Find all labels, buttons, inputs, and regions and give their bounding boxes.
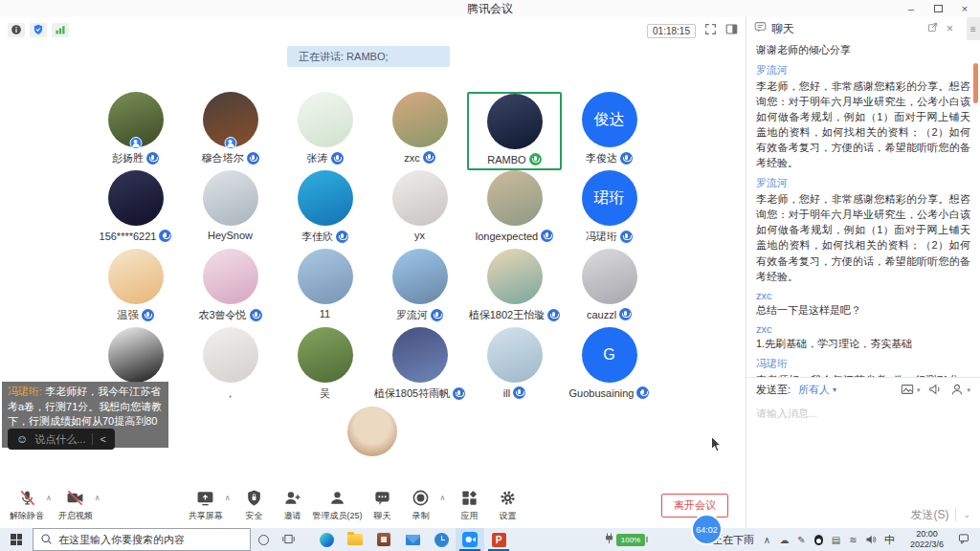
mic-icon — [636, 386, 649, 399]
fullscreen-icon[interactable] — [704, 22, 717, 39]
chat-scrollbar[interactable] — [973, 63, 978, 103]
toolbar-members-button[interactable]: 管理成员(25) — [313, 489, 363, 522]
toolbar-record-button[interactable]: 录制 — [403, 489, 439, 522]
action-center-button[interactable] — [951, 528, 976, 551]
participant-tile[interactable]: ill — [467, 327, 562, 406]
participant-tile[interactable]: 156****6221 — [88, 170, 183, 249]
cortana-button[interactable] — [251, 528, 276, 551]
participant-tile[interactable]: G Guobusaining — [562, 327, 657, 406]
popout-icon[interactable] — [927, 22, 938, 35]
taskbar-app-powerpoint[interactable]: P — [484, 528, 513, 551]
layout-switch-icon[interactable] — [725, 22, 738, 39]
toolbar-chat-button[interactable]: 聊天 — [365, 489, 401, 522]
volume-icon[interactable] — [865, 534, 877, 545]
pen-icon[interactable]: ✎ — [796, 535, 807, 545]
participant-tile[interactable]: cauzzl — [562, 249, 657, 327]
toolbar-settings-button[interactable]: 设置 — [489, 489, 525, 522]
taskbar-app-meeting[interactable] — [456, 528, 484, 551]
send-button[interactable]: 发送(S) — [910, 507, 948, 523]
maximize-button[interactable] — [924, 0, 951, 17]
participant-tile[interactable]: 珺珩 冯珺珩 — [562, 170, 657, 249]
taskbar-app-mail[interactable] — [398, 528, 427, 551]
participant-tile[interactable]: 张涛 — [278, 92, 372, 170]
close-button[interactable]: × — [951, 0, 978, 17]
participant-tile[interactable]: HeySnow — [183, 170, 278, 249]
chat-message-list: 谢谢老师的倾心分享罗流河李老师，您好，非常感谢您精彩的分享。想咨询您：对于明年六… — [746, 40, 980, 377]
participant-tile[interactable]: 农3曾令悦 — [183, 249, 278, 327]
floating-call-timer[interactable]: 64:02 — [691, 514, 723, 545]
toolbar-share-screen-button[interactable]: 共享屏幕 — [188, 489, 224, 522]
chat-message-text: 李老师，您好，非常感谢您精彩的分享。想咨询您：对于明年六月毕业研究生，公考小白该… — [756, 191, 970, 283]
announcement-icon[interactable] — [928, 383, 942, 398]
quick-chat-placeholder[interactable]: 说点什么... — [34, 432, 85, 447]
battery-indicator[interactable]: 100% — [605, 533, 645, 546]
participant-tile[interactable]: 彭扬胜 — [88, 92, 183, 170]
mic-icon — [331, 152, 344, 165]
participant-tile[interactable]: 俊达 李俊达 — [562, 92, 657, 170]
chat-close-icon[interactable]: × — [947, 22, 953, 35]
leave-meeting-button[interactable]: 离开会议 — [661, 494, 728, 518]
hamburger-menu-icon[interactable]: ≡ — [967, 17, 980, 40]
taskbar-search-input[interactable]: 在这里输入你要搜索的内容 — [33, 528, 251, 551]
hidden-icons-icon[interactable]: ∧ — [762, 535, 772, 545]
participant-tile[interactable]: 吴 — [278, 327, 372, 406]
participant-tile[interactable]: 植保1802王怡璇 — [467, 249, 562, 327]
network-quality-button[interactable] — [52, 23, 69, 37]
mention-icon[interactable] — [950, 383, 964, 398]
chevron-up-icon[interactable]: ∧ — [46, 494, 52, 502]
toolbar-mic-off-button[interactable]: 解除静音 — [9, 489, 45, 522]
participant-avatar-hippo[interactable] — [347, 407, 397, 456]
qq-icon[interactable] — [813, 535, 824, 545]
ime-indicator[interactable]: 中 — [884, 533, 895, 547]
participant-tile[interactable]: ， — [183, 327, 278, 406]
participant-tile[interactable]: 穆合塔尔 — [183, 92, 278, 170]
chevron-down-icon[interactable]: ▾ — [967, 386, 970, 394]
briefcase-icon[interactable]: ▤ — [831, 535, 841, 545]
toolbar-cam-off-button[interactable]: 开启视频 — [57, 489, 94, 522]
participant-name: HeySnow — [208, 230, 253, 241]
toolbar-invite-button[interactable]: 邀请 — [275, 489, 311, 522]
participant-tile[interactable]: 温强 — [88, 249, 183, 327]
participant-tile[interactable]: longexpected — [467, 170, 562, 249]
participant-tile[interactable]: 11 — [278, 249, 372, 327]
chevron-down-icon[interactable]: ▾ — [833, 386, 836, 394]
chat-icon — [373, 489, 391, 508]
taskbar-clock[interactable]: 20:00 2022/3/6 — [910, 529, 944, 550]
participant-tile[interactable]: RAMBO — [467, 92, 562, 170]
chevron-up-icon[interactable]: ∧ — [225, 494, 231, 502]
send-to-selector[interactable]: 所有人 — [798, 383, 830, 397]
taskbar-app-edge[interactable] — [312, 528, 341, 551]
send-options-icon[interactable]: ⌄ — [963, 510, 970, 519]
toolbar-apps-button[interactable]: 应用 — [451, 489, 487, 522]
start-button[interactable] — [0, 528, 33, 551]
chevron-up-icon[interactable]: ∧ — [95, 494, 100, 502]
screenshot-icon[interactable] — [901, 383, 914, 398]
task-view-button[interactable] — [276, 528, 301, 551]
minimize-button[interactable]: – — [898, 0, 924, 17]
participant-tile[interactable]: yx — [372, 170, 467, 249]
participant-tile[interactable]: 李佳欣 — [278, 170, 372, 249]
cortana-icon — [258, 535, 269, 545]
meeting-info-button[interactable] — [8, 23, 25, 37]
participant-tile[interactable]: 罗流河 — [372, 249, 467, 327]
toolbar-label: 开启视频 — [58, 510, 93, 522]
chevron-down-icon[interactable]: ▾ — [917, 386, 921, 394]
participant-name: 温强 — [118, 308, 139, 322]
pinned-apps: P — [312, 528, 513, 551]
mic-icon — [159, 230, 171, 242]
taskbar-app-clock[interactable] — [427, 528, 456, 551]
participant-tile[interactable]: zxc — [372, 92, 467, 170]
participant-tile[interactable]: 植保1805符雨帆 — [372, 327, 467, 406]
chevron-up-icon[interactable]: ∧ — [440, 494, 446, 502]
emoji-icon[interactable]: ☺ — [16, 433, 28, 445]
taskbar-app-explorer[interactable] — [341, 528, 369, 551]
taskbar-app-store[interactable] — [369, 528, 398, 551]
meeting-protection-button[interactable] — [30, 23, 47, 37]
cloud-icon[interactable]: ☁ — [779, 535, 790, 545]
mic-icon — [620, 152, 633, 165]
network-icon[interactable]: ≋ — [848, 535, 858, 545]
chat-input-area[interactable]: 请输入消息... — [746, 402, 980, 501]
quick-chat-bubble[interactable]: ☺ 说点什么... < — [8, 429, 115, 450]
collapse-icon[interactable]: < — [100, 433, 105, 445]
toolbar-shield-button[interactable]: 安全 — [236, 489, 273, 522]
